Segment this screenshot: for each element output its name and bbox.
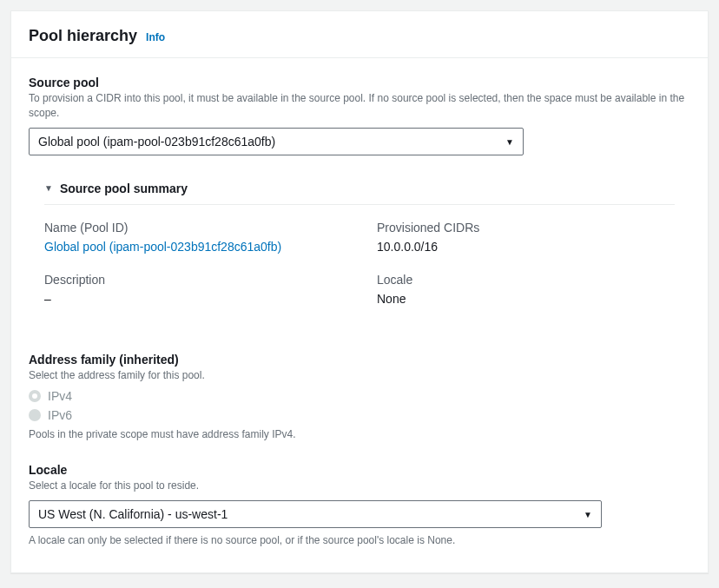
address-family-ipv4-label: IPv4: [48, 389, 72, 403]
summary-description-key: Description: [44, 273, 342, 287]
summary-toggle-label: Source pool summary: [60, 182, 188, 195]
source-pool-section: Source pool To provision a CIDR into thi…: [29, 76, 690, 155]
radio-icon: [29, 390, 41, 402]
source-pool-label: Source pool: [29, 76, 690, 89]
address-family-ipv4-option: IPv4: [29, 389, 690, 403]
summary-description: Description –: [44, 273, 342, 306]
summary-cidrs-value: 10.0.0.0/16: [377, 240, 675, 254]
summary-name-key: Name (Pool ID): [44, 221, 342, 235]
address-family-hint: Pools in the private scope must have add…: [29, 427, 690, 442]
source-pool-selected-value: Global pool (ipam-pool-023b91cf28c61a0fb…: [38, 135, 275, 149]
address-family-label: Address family (inherited): [29, 353, 690, 367]
caret-down-icon: ▼: [44, 183, 53, 193]
address-family-ipv6-label: IPv6: [48, 408, 72, 422]
summary-toggle[interactable]: ▼ Source pool summary: [44, 175, 675, 205]
source-pool-description: To provision a CIDR into this pool, it m…: [29, 91, 690, 121]
summary-locale-value: None: [377, 292, 675, 306]
locale-selected-value: US West (N. California) - us-west-1: [38, 507, 228, 521]
pool-hierarchy-panel: Pool hierarchy Info Source pool To provi…: [10, 10, 709, 573]
panel-title: Pool hierarchy: [29, 27, 137, 45]
panel-body: Source pool To provision a CIDR into thi…: [11, 58, 708, 572]
summary-grid: Name (Pool ID) Global pool (ipam-pool-02…: [44, 205, 675, 314]
chevron-down-icon: ▼: [505, 136, 514, 146]
summary-description-value: –: [44, 292, 342, 306]
summary-locale: Locale None: [377, 273, 675, 306]
panel-header: Pool hierarchy Info: [11, 11, 708, 58]
chevron-down-icon: ▼: [584, 509, 592, 519]
address-family-description: Select the address family for this pool.: [29, 368, 690, 383]
summary-cidrs-key: Provisioned CIDRs: [377, 221, 675, 235]
address-family-section: Address family (inherited) Select the ad…: [29, 353, 690, 443]
source-pool-summary-section: ▼ Source pool summary Name (Pool ID) Glo…: [29, 175, 690, 314]
address-family-ipv6-option: IPv6: [29, 408, 690, 422]
locale-select[interactable]: US West (N. California) - us-west-1 ▼: [29, 500, 602, 528]
locale-label: Locale: [29, 463, 690, 477]
radio-icon: [29, 409, 41, 421]
summary-cidrs: Provisioned CIDRs 10.0.0.0/16: [377, 221, 675, 254]
info-link[interactable]: Info: [146, 31, 165, 43]
locale-hint: A locale can only be selected if there i…: [29, 533, 690, 548]
locale-section: Locale Select a locale for this pool to …: [29, 463, 690, 548]
source-pool-select[interactable]: Global pool (ipam-pool-023b91cf28c61a0fb…: [29, 128, 524, 155]
summary-locale-key: Locale: [377, 273, 675, 287]
summary-name: Name (Pool ID) Global pool (ipam-pool-02…: [44, 221, 342, 254]
locale-description: Select a locale for this pool to reside.: [29, 479, 690, 493]
summary-name-value[interactable]: Global pool (ipam-pool-023b91cf28c61a0fb…: [44, 240, 342, 254]
